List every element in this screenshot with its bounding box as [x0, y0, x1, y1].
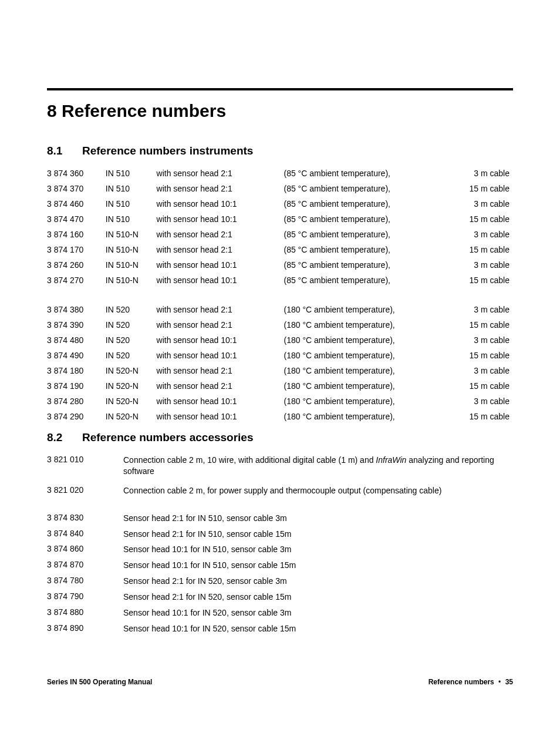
ambient-temp: (180 °C ambient temperature), [284, 409, 449, 424]
model: IN 510 [106, 166, 157, 181]
accessory-row: 3 874 780Sensor head 2:1 for IN 520, sen… [47, 573, 513, 589]
accessory-description: Sensor head 2:1 for IN 520, sensor cable… [123, 576, 513, 587]
cable-length: 15 m cable [450, 211, 514, 227]
model: IN 510-N [106, 242, 157, 257]
accessory-description: Sensor head 2:1 for IN 520, sensor cable… [123, 592, 513, 603]
table-row: 3 874 370IN 510with sensor head 2:1(85 °… [47, 181, 513, 196]
table-row: 3 874 460IN 510with sensor head 10:1(85 … [47, 196, 513, 211]
ref-number: 3 874 830 [47, 513, 123, 524]
ref-number: 3 874 460 [47, 196, 106, 211]
section-8-2-heading: 8.2 Reference numbers accessories [47, 431, 513, 444]
model: IN 520-N [106, 378, 157, 394]
section-number: 8.2 [47, 431, 82, 444]
ambient-temp: (180 °C ambient temperature), [284, 363, 449, 378]
ref-number: 3 874 860 [47, 544, 123, 555]
cable-length: 3 m cable [450, 227, 514, 242]
ref-number: 3 874 260 [47, 257, 106, 273]
ambient-temp: (85 °C ambient temperature), [284, 273, 449, 288]
model: IN 520-N [106, 363, 157, 378]
ambient-temp: (85 °C ambient temperature), [284, 196, 449, 211]
ambient-temp: (180 °C ambient temperature), [284, 348, 449, 363]
sensor-head: with sensor head 10:1 [157, 273, 284, 288]
ref-number: 3 874 840 [47, 529, 123, 540]
ambient-temp: (180 °C ambient temperature), [284, 394, 449, 409]
sensor-head: with sensor head 10:1 [157, 257, 284, 273]
table-row: 3 874 180IN 520-Nwith sensor head 2:1(18… [47, 363, 513, 378]
cable-length: 3 m cable [450, 363, 514, 378]
model: IN 510-N [106, 257, 157, 273]
cable-length: 3 m cable [450, 257, 514, 273]
sensor-head: with sensor head 2:1 [157, 363, 284, 378]
sensor-head: with sensor head 10:1 [157, 348, 284, 363]
model: IN 510 [106, 211, 157, 227]
accessory-row: 3 874 860Sensor head 10:1 for IN 510, se… [47, 542, 513, 557]
accessory-description: Sensor head 2:1 for IN 510, sensor cable… [123, 529, 513, 540]
table-row: 3 874 170IN 510-Nwith sensor head 2:1(85… [47, 242, 513, 257]
footer-bullet: • [496, 678, 503, 686]
cable-length: 15 m cable [450, 273, 514, 288]
model: IN 510 [106, 181, 157, 196]
ambient-temp: (85 °C ambient temperature), [284, 211, 449, 227]
table-row: 3 874 390IN 520with sensor head 2:1(180 … [47, 317, 513, 332]
model: IN 520 [106, 348, 157, 363]
ambient-temp: (85 °C ambient temperature), [284, 181, 449, 196]
model: IN 520-N [106, 409, 157, 424]
ref-number: 3 874 480 [47, 332, 106, 348]
cable-length: 15 m cable [450, 181, 514, 196]
cable-length: 3 m cable [450, 332, 514, 348]
accessories-list: 3 821 010Connection cable 2 m, 10 wire, … [47, 452, 513, 637]
ref-number: 3 874 280 [47, 394, 106, 409]
ambient-temp: (85 °C ambient temperature), [284, 242, 449, 257]
ref-number: 3 874 180 [47, 363, 106, 378]
cable-length: 3 m cable [450, 196, 514, 211]
ref-number: 3 874 470 [47, 211, 106, 227]
cable-length: 3 m cable [450, 302, 514, 317]
sensor-head: with sensor head 2:1 [157, 227, 284, 242]
table-row: 3 874 480IN 520with sensor head 10:1(180… [47, 332, 513, 348]
page-content: 8 Reference numbers 8.1 Reference number… [0, 0, 560, 710]
ambient-temp: (85 °C ambient temperature), [284, 166, 449, 181]
model: IN 520-N [106, 394, 157, 409]
accessory-description: Sensor head 10:1 for IN 510, sensor cabl… [123, 544, 513, 555]
section-8-1-heading: 8.1 Reference numbers instruments [47, 145, 513, 157]
page-footer: Series IN 500 Operating Manual Reference… [47, 678, 513, 686]
instruments-table: 3 874 360IN 510with sensor head 2:1(85 °… [47, 166, 513, 424]
ambient-temp: (180 °C ambient temperature), [284, 302, 449, 317]
ref-number: 3 874 790 [47, 592, 123, 603]
footer-right: Reference numbers • 35 [429, 678, 513, 686]
ambient-temp: (85 °C ambient temperature), [284, 257, 449, 273]
ref-number: 3 874 780 [47, 576, 123, 587]
sensor-head: with sensor head 10:1 [157, 211, 284, 227]
cable-length: 15 m cable [450, 348, 514, 363]
chapter-title: 8 Reference numbers [47, 101, 513, 121]
sensor-head: with sensor head 2:1 [157, 181, 284, 196]
ref-number: 3 821 010 [47, 455, 123, 477]
table-row: 3 874 270IN 510-Nwith sensor head 10:1(8… [47, 273, 513, 288]
sensor-head: with sensor head 2:1 [157, 378, 284, 394]
chapter-number: 8 [47, 101, 57, 120]
ref-number: 3 874 890 [47, 623, 123, 634]
accessory-description: Sensor head 10:1 for IN 520, sensor cabl… [123, 623, 513, 634]
footer-section-title: Reference numbers [429, 678, 494, 686]
ambient-temp: (180 °C ambient temperature), [284, 378, 449, 394]
accessory-row: 3 874 880Sensor head 10:1 for IN 520, se… [47, 605, 513, 621]
table-row: 3 874 280IN 520-Nwith sensor head 10:1(1… [47, 394, 513, 409]
ref-number: 3 874 170 [47, 242, 106, 257]
table-row: 3 874 190IN 520-Nwith sensor head 2:1(18… [47, 378, 513, 394]
ref-number: 3 874 360 [47, 166, 106, 181]
section-title: Reference numbers accessories [82, 431, 254, 444]
ref-number: 3 874 370 [47, 181, 106, 196]
ref-number: 3 874 490 [47, 348, 106, 363]
model: IN 510-N [106, 227, 157, 242]
sensor-head: with sensor head 10:1 [157, 196, 284, 211]
ref-number: 3 874 870 [47, 560, 123, 571]
table-row: 3 874 260IN 510-Nwith sensor head 10:1(8… [47, 257, 513, 273]
table-row: 3 874 290IN 520-Nwith sensor head 10:1(1… [47, 409, 513, 424]
table-row: 3 874 470IN 510with sensor head 10:1(85 … [47, 211, 513, 227]
footer-left: Series IN 500 Operating Manual [47, 678, 152, 686]
ref-number: 3 874 290 [47, 409, 106, 424]
sensor-head: with sensor head 2:1 [157, 166, 284, 181]
accessory-row: 3 874 870Sensor head 10:1 for IN 510, se… [47, 557, 513, 573]
ref-number: 3 874 160 [47, 227, 106, 242]
chapter-rule [47, 88, 513, 90]
